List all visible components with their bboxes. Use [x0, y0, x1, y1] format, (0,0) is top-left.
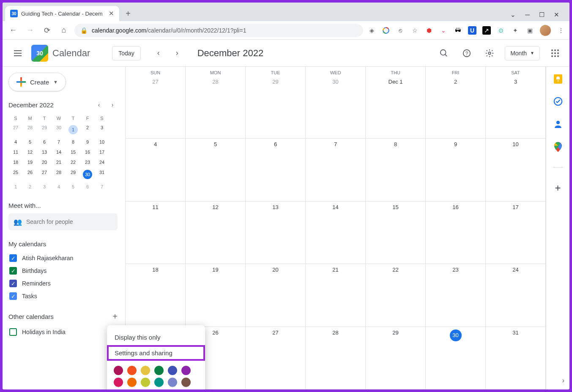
checkbox-icon[interactable]: ✓ — [9, 267, 17, 275]
mini-day[interactable]: 24 — [95, 157, 109, 167]
maps-icon[interactable] — [553, 142, 563, 152]
mini-day[interactable]: 7 — [95, 182, 109, 192]
extensions-icon[interactable]: ✦ — [511, 26, 520, 35]
side-panel-icon[interactable]: ▣ — [525, 26, 534, 35]
mini-day[interactable]: 12 — [23, 147, 37, 157]
checkbox-icon[interactable]: ✓ — [9, 292, 17, 300]
mini-day[interactable]: 28 — [23, 122, 37, 137]
day-cell[interactable]: 28 — [306, 327, 366, 389]
day-cell[interactable]: 14 — [306, 201, 366, 264]
mini-day[interactable]: 2 — [23, 182, 37, 192]
maximize-icon[interactable]: ☐ — [539, 11, 545, 19]
share-icon[interactable]: ⎋ — [396, 26, 405, 35]
calendar-item[interactable]: ✓Reminders — [8, 277, 118, 290]
color-swatch[interactable] — [127, 378, 137, 387]
mini-day[interactable]: 31 — [95, 167, 109, 182]
mini-day[interactable]: 7 — [52, 137, 66, 147]
mini-day[interactable]: 29 — [66, 167, 80, 182]
checkbox-icon[interactable]: ✓ — [9, 280, 17, 287]
new-tab-button[interactable]: + — [122, 7, 134, 20]
day-cell[interactable]: 20 — [246, 264, 306, 327]
color-swatch[interactable] — [114, 378, 123, 387]
day-cell[interactable]: 3 — [486, 76, 546, 139]
mini-day[interactable]: 19 — [23, 157, 37, 167]
mini-day[interactable]: 1 — [8, 182, 23, 192]
day-cell[interactable]: 28 — [186, 76, 246, 139]
mini-day[interactable]: 13 — [37, 147, 52, 157]
day-cell[interactable]: 13 — [246, 201, 306, 264]
mini-day[interactable]: 30 — [52, 122, 66, 137]
prev-period-button[interactable]: ‹ — [151, 46, 166, 61]
day-cell[interactable]: 16 — [426, 201, 486, 264]
chevron-down-icon[interactable]: ⌄ — [510, 11, 516, 19]
color-swatch[interactable] — [168, 366, 177, 375]
day-cell[interactable]: 19 — [186, 264, 246, 327]
meet-search[interactable]: 👥 — [8, 213, 118, 230]
day-cell[interactable]: 2 — [426, 76, 486, 139]
color-swatch[interactable] — [181, 378, 191, 387]
color-swatch[interactable] — [154, 366, 164, 375]
color-swatch[interactable] — [141, 378, 150, 387]
extension-icon-3[interactable]: ↗ — [482, 26, 491, 35]
day-cell[interactable]: 15 — [366, 201, 426, 264]
day-cell[interactable]: 12 — [186, 201, 246, 264]
mini-day[interactable]: 26 — [23, 167, 37, 182]
main-menu-button[interactable] — [9, 45, 26, 62]
search-icon[interactable] — [436, 46, 452, 61]
color-swatch[interactable] — [114, 366, 123, 375]
mini-day[interactable]: 2 — [80, 122, 95, 137]
settings-icon[interactable] — [482, 46, 497, 61]
mini-day[interactable]: 27 — [37, 167, 52, 182]
day-cell[interactable]: Dec 1 — [366, 76, 426, 139]
day-cell[interactable]: 22 — [366, 264, 426, 327]
mini-next-button[interactable]: › — [107, 100, 118, 110]
google-apps-icon[interactable] — [547, 46, 563, 61]
extension-icon-2[interactable]: 🕶 — [454, 26, 462, 35]
reload-button[interactable]: ⟳ — [41, 24, 53, 37]
checkbox-icon[interactable] — [9, 328, 17, 336]
add-calendar-button[interactable]: + — [112, 312, 118, 321]
day-cell[interactable]: 9 — [426, 139, 486, 201]
day-cell[interactable]: 17 — [486, 201, 546, 264]
mini-day[interactable]: 3 — [37, 182, 52, 192]
tab-close-icon[interactable]: ✕ — [109, 10, 114, 17]
mini-day[interactable]: 17 — [95, 147, 109, 157]
today-button[interactable]: Today — [112, 46, 140, 60]
day-cell[interactable]: 4 — [126, 139, 186, 201]
mini-day[interactable]: 21 — [52, 157, 66, 167]
day-cell[interactable]: 24 — [486, 264, 546, 327]
back-button[interactable]: ← — [7, 24, 19, 37]
mini-prev-button[interactable]: ‹ — [94, 100, 104, 110]
day-cell[interactable]: 21 — [306, 264, 366, 327]
mini-day[interactable]: 6 — [80, 182, 95, 192]
mini-day[interactable]: 30 — [80, 167, 95, 182]
mini-day[interactable]: 20 — [37, 157, 52, 167]
color-swatch[interactable] — [181, 366, 191, 375]
mini-day[interactable]: 29 — [37, 122, 52, 137]
keep-icon[interactable] — [554, 74, 562, 84]
day-cell[interactable]: 29 — [366, 327, 426, 389]
day-cell[interactable]: 31 — [486, 327, 546, 389]
mini-day[interactable]: 11 — [8, 147, 23, 157]
calendar-item[interactable]: ✓Birthdays — [8, 264, 118, 277]
day-cell[interactable]: 23 — [426, 264, 486, 327]
day-cell[interactable]: 30 — [426, 327, 486, 389]
day-cell[interactable]: 11 — [126, 201, 186, 264]
star-icon[interactable]: ☆ — [411, 26, 419, 35]
minimize-icon[interactable]: ─ — [525, 11, 530, 19]
day-cell[interactable]: 6 — [246, 139, 306, 201]
extension-icon[interactable]: ◈ — [367, 26, 376, 35]
ublock-icon[interactable]: ⬢ — [425, 26, 433, 35]
current-period-label[interactable]: December 2022 — [197, 48, 264, 59]
extension-icon-4[interactable]: ⊙ — [497, 26, 505, 35]
forward-button[interactable]: → — [24, 24, 36, 37]
mini-cal-title[interactable]: December 2022 — [8, 101, 54, 109]
bitwarden-icon[interactable]: U — [468, 26, 476, 35]
day-cell[interactable]: 10 — [486, 139, 546, 201]
mini-day[interactable]: 16 — [80, 147, 95, 157]
day-cell[interactable]: 27 — [126, 76, 186, 139]
day-cell[interactable]: 5 — [186, 139, 246, 201]
menu-settings-sharing[interactable]: Settings and sharing — [107, 345, 205, 361]
help-icon[interactable]: ? — [459, 46, 474, 61]
address-bar[interactable]: 🔒 calendar.google.com/calendar/u/0/r/mon… — [74, 24, 363, 37]
